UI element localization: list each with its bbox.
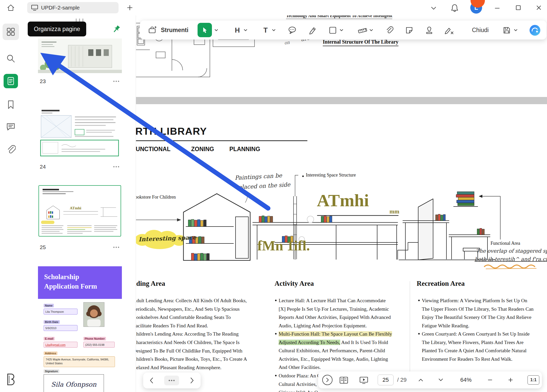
activity-line: Audio, Lighting And Projection Equipment… — [279, 322, 391, 330]
column-divider — [410, 281, 410, 384]
activity-line: And It Is Used To Hold — [340, 340, 388, 345]
new-tab-button[interactable] — [125, 3, 134, 12]
page-number-value: 25 — [383, 377, 389, 383]
tab-title: UPDF-2-sample — [41, 5, 80, 11]
doc-tab-planning: PLANNING — [229, 146, 260, 153]
maximize-button[interactable] — [513, 3, 523, 12]
monitor-icon — [31, 5, 38, 11]
search-button[interactable] — [4, 52, 17, 65]
page-down-button[interactable] — [436, 376, 445, 384]
document-tab[interactable]: UPDF-2-sample — [27, 2, 119, 13]
page-25-label: 25 — [40, 244, 46, 250]
tools-menu-label: Strumenti — [161, 27, 188, 34]
form-phone-value: (202) 555-0198 — [83, 342, 115, 348]
internal-structure-title: Internal Structure Of The Library — [323, 39, 398, 46]
page-title: NORTH LIBRARY — [136, 126, 207, 137]
stamp-tool[interactable] — [424, 25, 435, 36]
tools-menu-button[interactable]: Strumenti — [148, 24, 191, 36]
shape-tool-chevron[interactable] — [339, 28, 344, 32]
recreation-line: The Upper Floors Of The Library, So That… — [422, 305, 534, 313]
select-tool-chevron[interactable] — [214, 28, 219, 32]
comment-tool[interactable] — [287, 25, 298, 36]
lending-line: Periodicals, Newspapers, Etc., And Sets … — [136, 305, 247, 313]
thumbnail-page-25-selected[interactable]: ATmhi — [38, 185, 121, 237]
text-tool-chevron[interactable] — [271, 28, 276, 32]
page-thumbnails-button[interactable] — [4, 74, 18, 88]
document-canvas[interactable]: Technology And Smart Equipment To Achiev… — [136, 15, 547, 392]
thumbnail-form-page[interactable]: Scholarship Application Form Name Lila T… — [38, 266, 122, 392]
nav-more-button[interactable] — [164, 376, 179, 385]
page-24-menu-button[interactable] — [111, 163, 121, 170]
prev-page-button[interactable] — [147, 376, 156, 385]
page-23-menu-button[interactable] — [111, 78, 121, 85]
zoom-out-button[interactable] — [485, 376, 495, 384]
lending-line: Adult Lending Area: Collects All Kinds O… — [136, 297, 247, 305]
form-name-label: Name — [44, 304, 54, 307]
close-button[interactable] — [534, 3, 544, 12]
save-chevron[interactable] — [513, 28, 518, 32]
nav-mini-toolbar — [143, 373, 201, 388]
lending-line: Children's Books, Picture Books, Toys, E… — [136, 355, 247, 364]
page-controls-toolbar: 25 / 29 64% 1:1 — [318, 371, 542, 388]
thumbnail-page-24[interactable] — [38, 107, 121, 159]
activity-line: Outdoor Plaza: An O — [279, 372, 321, 380]
activity-bullet-3 — [275, 375, 277, 376]
form-address-value: 7425 Maple Avenue, Sunnyvale, California… — [44, 356, 115, 367]
recreation-line: Environment For Readers To Rest And Walk… — [422, 355, 530, 364]
presentation-button[interactable] — [358, 375, 369, 385]
ai-assistant-button[interactable] — [529, 24, 541, 36]
bookmarks-button[interactable] — [4, 98, 17, 111]
page-number-input[interactable]: 25 — [378, 375, 394, 385]
zoom-in-button[interactable] — [506, 376, 515, 384]
watermark-mm: mm — [389, 208, 399, 215]
sticker-tool[interactable] — [404, 25, 415, 36]
app-logo-icon[interactable] — [4, 371, 18, 387]
measure-tool[interactable] — [357, 25, 368, 36]
space-structure-label: Interesting Space Structure — [306, 172, 356, 178]
activity-header: Activity Area — [275, 280, 314, 288]
page-23-label: 23 — [40, 78, 46, 84]
activity-line: Cultural Activities, — [279, 380, 321, 389]
page-23-preview — [38, 38, 122, 73]
page-up-button[interactable] — [416, 376, 425, 384]
pin-panel-button[interactable] — [111, 24, 122, 35]
thumbnail-page-23[interactable] — [38, 38, 122, 73]
minimize-button[interactable] — [492, 3, 502, 12]
select-tool-active[interactable] — [198, 23, 212, 37]
activity-line: [X] People Is Set Up For Lectures, Train… — [279, 305, 391, 313]
form-email-value: Lila@gmail.com — [44, 342, 77, 348]
organize-pages-button[interactable] — [3, 24, 19, 40]
form-address-text: 7425 Maple Avenue, Sunnyvale, California… — [46, 358, 109, 365]
form-name-text: Lila Thompson — [45, 310, 64, 313]
continue-circle-button[interactable] — [322, 375, 333, 385]
page-25-menu-button[interactable] — [111, 244, 121, 251]
heading-tool[interactable]: H — [232, 25, 242, 35]
form-email-text: Lila@gmail.com — [45, 343, 65, 346]
recreation-line: Planted To Create A Quiet And Comfortabl… — [422, 347, 530, 355]
next-page-button[interactable] — [187, 376, 197, 385]
notifications-button[interactable] — [450, 3, 460, 13]
shape-tool[interactable] — [327, 25, 338, 36]
comments-button[interactable] — [4, 120, 17, 133]
signature-tool[interactable] — [444, 25, 455, 36]
lending-line: Bookshelves And Comfortable Reading Seat… — [136, 313, 247, 322]
doc-tab-zoning: ZONING — [191, 146, 214, 153]
activity-item-3: Outdoor Plaza: An O Cultural Activities,… — [279, 372, 321, 392]
form-signature-box: Sila Ofonpson — [44, 374, 104, 392]
overlap-note-line2: both ih-terestih^ and f'ra.cfica.l. — [475, 256, 547, 262]
heading-tool-chevron[interactable] — [243, 28, 248, 32]
save-button[interactable] — [501, 25, 512, 36]
tabs-chevron-button[interactable] — [429, 4, 438, 13]
pen-tool[interactable] — [307, 25, 318, 36]
attach-tool[interactable] — [384, 25, 395, 36]
tooltip-text: Organizza pagine — [34, 26, 80, 32]
home-button[interactable] — [5, 2, 16, 13]
measure-tool-chevron[interactable] — [369, 28, 374, 32]
close-tools-button[interactable]: Chiudi — [466, 24, 494, 36]
text-tool[interactable]: T — [260, 25, 271, 35]
page-layout-button[interactable] — [338, 375, 349, 385]
attachments-button[interactable] — [4, 143, 17, 156]
actual-size-button[interactable]: 1:1 — [528, 375, 539, 385]
organize-pages-tooltip: Organizza pagine — [28, 22, 86, 36]
zoom-level-button[interactable]: 64% — [456, 375, 476, 385]
